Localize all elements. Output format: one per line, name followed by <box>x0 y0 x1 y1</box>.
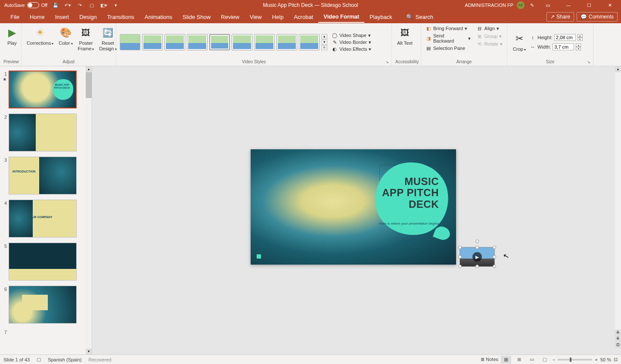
video-style-9[interactable] <box>299 34 320 50</box>
inserted-video-object[interactable]: ▶ <box>460 247 495 267</box>
video-effects-button[interactable]: ◐ Video Effects ▾ <box>332 46 371 52</box>
resize-handle-br[interactable] <box>493 265 496 268</box>
corrections-button[interactable]: ☀ Corrections <box>25 25 55 47</box>
width-up-icon[interactable]: ▴ <box>576 43 581 47</box>
language-indicator[interactable]: Spanish (Spain) <box>48 357 81 362</box>
slide-thumb-4[interactable]: OUR COMPANY <box>9 200 77 238</box>
height-up-icon[interactable]: ▴ <box>578 34 583 37</box>
minimize-icon[interactable]: — <box>560 0 577 10</box>
slide-counter[interactable]: Slide 1 of 43 <box>3 357 30 362</box>
video-style-5[interactable] <box>209 34 230 50</box>
resize-handle-tl[interactable] <box>458 246 462 249</box>
save-icon[interactable]: 💾 <box>52 1 59 9</box>
resize-handle-mr[interactable] <box>493 255 496 259</box>
fit-to-window-icon[interactable]: ⊡ <box>614 357 618 362</box>
close-icon[interactable]: ✕ <box>601 0 618 10</box>
scroll-thumb[interactable] <box>86 72 92 98</box>
autosave-toggle[interactable]: AutoSave Off <box>4 2 47 8</box>
thumbnail-scrollbar[interactable]: ▴ ▾ <box>86 66 92 355</box>
slide-sorter-view-icon[interactable]: ⊞ <box>514 356 524 364</box>
crop-button[interactable]: ✂ Crop <box>511 31 528 53</box>
video-style-6[interactable] <box>232 34 252 50</box>
tab-animations[interactable]: Animations <box>140 12 177 22</box>
video-style-8[interactable] <box>276 34 297 50</box>
tab-help[interactable]: Help <box>267 12 289 22</box>
slide-subtitle[interactable]: Here is where your presentation begins <box>379 222 439 225</box>
share-button[interactable]: ↗ Share <box>546 12 574 22</box>
resize-handle-tm[interactable] <box>475 246 479 249</box>
slideshow-view-icon[interactable]: ▢ <box>540 356 550 364</box>
video-border-button[interactable]: ✎ Video Border ▾ <box>332 39 371 45</box>
video-style-7[interactable] <box>254 34 275 50</box>
height-input[interactable] <box>554 34 576 41</box>
tab-slideshow[interactable]: Slide Show <box>177 12 216 22</box>
gallery-down-icon[interactable]: ▾ <box>321 40 327 45</box>
search-box[interactable]: 🔍 Search <box>397 14 433 20</box>
gallery-more-icon[interactable]: ≡ <box>321 45 327 50</box>
redo-icon[interactable]: ↷ <box>76 1 84 9</box>
tab-view[interactable]: View <box>245 12 267 22</box>
selection-pane-button[interactable]: ▤ Selection Pane <box>425 45 472 52</box>
group-button[interactable]: ⊞ Group ▾ <box>476 33 503 40</box>
gallery-up-icon[interactable]: ▴ <box>321 34 327 39</box>
tab-playback[interactable]: Playback <box>364 12 397 22</box>
slide-thumb-2[interactable] <box>9 114 77 151</box>
play-button[interactable]: ▶ Play <box>3 25 21 47</box>
maximize-icon[interactable]: ☐ <box>581 0 598 10</box>
zoom-slider-thumb[interactable] <box>570 358 571 362</box>
zoom-slider[interactable] <box>558 359 592 361</box>
slide-thumb-3[interactable]: INTRODUCTION <box>9 157 77 194</box>
zoom-in-button[interactable]: + <box>595 357 597 362</box>
reset-design-button[interactable]: 🔄 Reset Design <box>97 25 118 52</box>
fit-slide-icon[interactable]: ⊡ <box>615 342 621 348</box>
theme-color-icon[interactable]: ◧▾ <box>100 1 108 9</box>
recovered-indicator[interactable]: Recovered <box>88 357 111 362</box>
tab-file[interactable]: File <box>5 12 25 22</box>
poster-frame-button[interactable]: 🖼 Poster Frame <box>76 25 96 52</box>
slide-thumb-1[interactable]: MUSIC APP PITCH DECK <box>9 71 77 108</box>
scroll-down-icon[interactable]: ▾ <box>86 349 92 355</box>
color-button[interactable]: 🎨 Color <box>57 25 74 47</box>
tab-insert[interactable]: Insert <box>50 12 75 22</box>
tab-design[interactable]: Design <box>74 12 102 22</box>
user-avatar[interactable]: AF <box>517 1 525 9</box>
rotate-button[interactable]: ⟲ Rotate ▾ <box>476 40 503 47</box>
comments-button[interactable]: 💬 Comments <box>577 12 618 22</box>
resize-handle-bl[interactable] <box>458 265 462 268</box>
accessibility-check-icon[interactable]: ▢ <box>37 357 41 362</box>
undo-icon[interactable]: ↶▾ <box>64 1 71 9</box>
ribbon-display-icon[interactable]: ▭ <box>539 0 556 10</box>
slide-title-text[interactable]: MUSIC APP PITCH DECK <box>382 176 439 210</box>
tab-review[interactable]: Review <box>216 12 245 22</box>
video-style-2[interactable] <box>142 34 163 50</box>
slide-thumb-5[interactable] <box>9 243 77 281</box>
video-style-3[interactable] <box>165 34 185 50</box>
send-backward-button[interactable]: ◨ Send Backward ▾ <box>425 33 472 44</box>
alt-text-button[interactable]: 🖼 Alt Text <box>395 25 414 47</box>
prev-slide-icon[interactable]: ≙ <box>615 330 621 336</box>
reading-view-icon[interactable]: ▭ <box>527 356 537 364</box>
zoom-percent[interactable]: 50 % <box>600 357 611 362</box>
canvas-vertical-scrollbar[interactable]: ▴ ▾ <box>615 66 621 348</box>
zoom-out-button[interactable]: − <box>553 357 555 362</box>
next-slide-icon[interactable]: ≚ <box>615 336 621 342</box>
bring-forward-button[interactable]: ◧ Bring Forward ▾ <box>425 25 472 32</box>
present-from-start-icon[interactable]: ▢ <box>88 1 96 9</box>
size-dialog-launcher[interactable]: ↘ <box>587 60 592 65</box>
tab-acrobat[interactable]: Acrobat <box>289 12 318 22</box>
width-down-icon[interactable]: ▾ <box>576 47 581 50</box>
video-styles-dialog-launcher[interactable]: ↘ <box>385 60 391 65</box>
slide-canvas-area[interactable]: MUSIC APP PITCH DECK Here is where your … <box>92 66 621 355</box>
coming-soon-icon[interactable]: ✎ <box>528 1 536 9</box>
scroll-up-icon[interactable]: ▴ <box>86 66 92 72</box>
align-button[interactable]: ⊟ Align ▾ <box>476 25 503 32</box>
notes-button[interactable]: ≣ Notes <box>481 357 498 362</box>
resize-handle-bm[interactable] <box>475 265 479 268</box>
qat-more-icon[interactable]: ▾ <box>112 1 120 9</box>
slide-thumb-6[interactable]: PROBLEM <box>9 286 77 324</box>
width-input[interactable] <box>553 43 574 50</box>
canvas-scroll-up-icon[interactable]: ▴ <box>615 66 621 72</box>
video-style-1[interactable] <box>120 34 140 50</box>
tab-video-format[interactable]: Video Format <box>318 11 364 23</box>
video-play-icon[interactable]: ▶ <box>472 252 482 262</box>
